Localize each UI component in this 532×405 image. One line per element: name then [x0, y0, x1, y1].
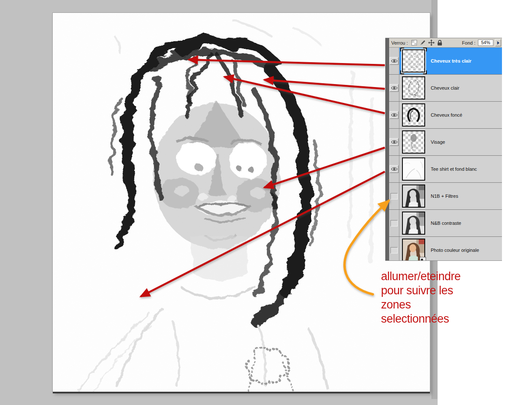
layer-thumbnail[interactable] [402, 76, 425, 100]
layer-row-cheveux-fonc[interactable]: Cheveux foncé [385, 102, 502, 129]
layer-row-cheveux-clair[interactable]: Cheveux clair [385, 75, 502, 102]
layer-row-n1b-filtres[interactable]: N1B + Filtres [385, 183, 502, 210]
portrait-sketch [53, 13, 430, 392]
fill-label: Fond : [462, 40, 475, 45]
layers-panel-lock-bar: Verrou : Fond : 54% [385, 38, 502, 48]
eye-checkbox-empty[interactable] [390, 247, 398, 254]
thumbnail-cell [399, 237, 428, 261]
thumbnail-cell [399, 129, 428, 155]
layer-thumbnail[interactable] [402, 212, 425, 235]
eye-icon[interactable] [390, 165, 399, 173]
layer-name[interactable]: Cheveux très clair [428, 48, 502, 74]
eye-checkbox-empty[interactable] [390, 193, 398, 199]
layer-thumbnail[interactable] [402, 130, 425, 154]
selection-corner [423, 70, 427, 74]
thumbnail-cell [399, 210, 428, 236]
layer-thumbnail[interactable] [402, 103, 425, 127]
selection-corner [423, 48, 427, 51]
thumbnail-cell [399, 48, 428, 74]
layer-name[interactable]: Tee shirt et fond blanc [428, 156, 502, 182]
selection-corner [400, 48, 404, 51]
layers-panel: Verrou : Fond : 54% Cheveux très clairCh… [385, 38, 502, 261]
background-layer-badge-icon [420, 257, 426, 261]
layer-thumbnail[interactable] [402, 49, 425, 73]
layer-name[interactable]: Visage [428, 129, 502, 155]
layer-thumbnail[interactable] [402, 184, 425, 208]
note-line: allumer/eteindre [381, 269, 484, 284]
panel-edge-strip [385, 38, 389, 260]
layer-row-visage[interactable]: Visage [385, 129, 502, 156]
thumbnail-cell [399, 75, 428, 101]
eye-icon[interactable] [390, 57, 399, 65]
fill-value-field[interactable]: 54% [478, 39, 493, 46]
layer-row-cheveux-tr-s-clair[interactable]: Cheveux très clair [385, 48, 502, 75]
lock-label: Verrou : [391, 40, 408, 45]
layer-row-n-b-contraste[interactable]: N&B contraste [385, 210, 502, 237]
layer-row-photo-couleur-originale[interactable]: Photo couleur originale [385, 237, 502, 261]
lock-transparency-icon[interactable] [411, 39, 418, 46]
note-line: selectionnées [381, 312, 484, 326]
lock-move-icon[interactable] [428, 39, 435, 46]
eye-icon[interactable] [390, 138, 399, 146]
photoshop-tutorial-screenshot: allumer/eteindrepour suivre leszonessele… [0, 0, 532, 405]
layer-name[interactable]: N1B + Filtres [428, 183, 502, 209]
fill-slider-button[interactable] [495, 39, 501, 46]
layer-list: Cheveux très clairCheveux clairCheveux f… [385, 48, 502, 261]
lock-paint-icon[interactable] [419, 39, 426, 46]
layer-name[interactable]: N&B contraste [428, 210, 502, 236]
thumbnail-cell [399, 156, 428, 182]
note-line: pour suivre les [381, 284, 484, 298]
annotation-note-text: allumer/eteindrepour suivre leszonessele… [381, 269, 484, 326]
layer-thumbnail[interactable] [402, 239, 425, 261]
eye-icon[interactable] [390, 111, 399, 119]
layer-name[interactable]: Photo couleur originale [428, 237, 502, 261]
lock-all-icon[interactable] [436, 39, 444, 46]
document-canvas[interactable] [53, 13, 430, 392]
eye-icon[interactable] [390, 84, 399, 92]
selection-corner [400, 70, 404, 74]
thumbnail-cell [399, 183, 428, 209]
eye-checkbox-empty[interactable] [390, 220, 398, 227]
layer-name[interactable]: Cheveux foncé [428, 102, 502, 128]
thumbnail-cell [399, 102, 428, 128]
layer-name[interactable]: Cheveux clair [428, 75, 502, 101]
note-line: zones [381, 298, 484, 312]
right-triangle-icon [497, 41, 499, 45]
layer-row-tee-shirt-et-fond-blanc[interactable]: Tee shirt et fond blanc [385, 156, 502, 183]
layer-thumbnail[interactable] [402, 157, 425, 181]
